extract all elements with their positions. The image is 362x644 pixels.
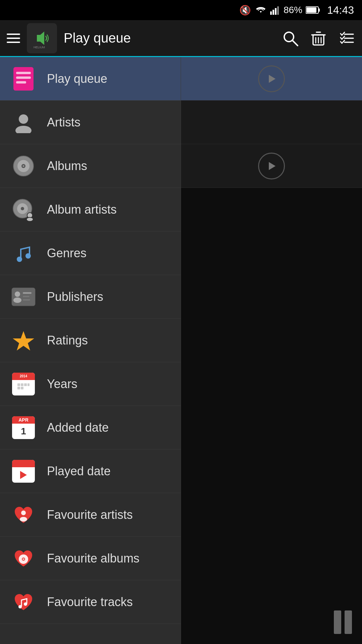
svg-point-39 <box>13 298 21 303</box>
sidebar-item-artists[interactable]: Artists <box>0 101 181 144</box>
svg-rect-2 <box>273 10 274 15</box>
helium-logo-icon: HELIUM <box>30 26 54 50</box>
wifi-icon <box>255 5 267 15</box>
sidebar-item-albums[interactable]: Albums <box>0 144 181 188</box>
svg-rect-4 <box>277 6 279 15</box>
status-time: 14:43 <box>327 4 354 16</box>
calendar-2014-icon: 2014 <box>10 371 37 397</box>
svg-rect-22 <box>16 76 31 79</box>
svg-rect-7 <box>306 7 316 13</box>
svg-point-50 <box>21 511 26 515</box>
pause-bar-1 <box>334 610 341 634</box>
sidebar-label-ratings: Ratings <box>47 333 88 347</box>
svg-rect-41 <box>23 296 29 297</box>
svg-marker-43 <box>13 331 34 351</box>
play-row-1 <box>181 57 362 101</box>
svg-rect-1 <box>270 11 272 15</box>
svg-rect-6 <box>318 8 320 12</box>
sidebar-label-artists: Artists <box>47 115 80 129</box>
mute-icon: 🔇 <box>239 4 251 16</box>
svg-point-54 <box>23 558 24 560</box>
sidebar-item-years[interactable]: 2014 Years <box>0 362 181 406</box>
sidebar-item-publishers[interactable]: Publishers <box>0 275 181 319</box>
document-icon <box>10 65 37 92</box>
svg-point-25 <box>15 126 32 133</box>
sidebar-label-favourite-artists: Favourite artists <box>47 508 133 522</box>
status-bar: 🔇 86% 14:43 <box>0 0 362 20</box>
sidebar-item-favourite-tracks[interactable]: Favourite tracks <box>0 580 181 624</box>
sidebar-label-played-date: Played date <box>47 464 111 478</box>
play-icon-2 <box>265 160 278 172</box>
signal-icon <box>270 5 280 15</box>
clear-button[interactable] <box>310 30 327 47</box>
svg-rect-21 <box>16 72 31 74</box>
play-button-1[interactable] <box>258 65 285 92</box>
svg-point-36 <box>25 253 31 259</box>
person-icon <box>10 109 37 136</box>
sidebar-label-play-queue: Play queue <box>47 72 107 86</box>
heart-person-icon <box>10 501 37 528</box>
calendar-apr-icon: APR 1 <box>10 414 37 441</box>
sidebar-label-albums: Albums <box>47 159 87 173</box>
svg-rect-3 <box>275 8 277 15</box>
svg-rect-46 <box>24 383 27 386</box>
svg-rect-45 <box>21 383 23 386</box>
hamburger-menu[interactable] <box>7 34 20 43</box>
svg-point-35 <box>17 257 22 262</box>
svg-text:HELIUM: HELIUM <box>34 46 45 49</box>
pause-bar-2 <box>345 610 352 634</box>
svg-rect-40 <box>23 292 32 294</box>
checklist-icon <box>338 30 355 47</box>
sidebar-item-favourite-artists[interactable]: Favourite artists <box>0 493 181 537</box>
sidebar-label-years: Years <box>47 377 77 391</box>
right-spacer-1 <box>181 101 362 144</box>
toolbar-icons <box>282 30 355 47</box>
sidebar: Play queue Artists Albums <box>0 57 181 644</box>
sidebar-label-added-date: Added date <box>47 421 109 435</box>
svg-point-24 <box>19 114 28 124</box>
sidebar-label-genres: Genres <box>47 246 86 260</box>
pause-icon <box>334 610 352 634</box>
bottom-area <box>181 188 362 644</box>
svg-rect-49 <box>21 387 23 389</box>
sidebar-label-publishers: Publishers <box>47 290 103 304</box>
sidebar-item-played-date[interactable]: Played date <box>0 449 181 493</box>
sidebar-item-ratings[interactable]: Ratings <box>0 319 181 362</box>
play-icon-1 <box>265 73 278 85</box>
svg-marker-57 <box>269 75 276 83</box>
svg-rect-48 <box>17 387 20 389</box>
sidebar-item-play-queue[interactable]: Play queue <box>0 57 181 101</box>
svg-rect-44 <box>17 383 20 386</box>
sidebar-item-album-artists[interactable]: Album artists <box>0 188 181 231</box>
sidebar-item-genres[interactable]: Genres <box>0 231 181 275</box>
svg-point-51 <box>20 517 27 522</box>
contact-card-icon <box>10 283 37 310</box>
sidebar-item-added-date[interactable]: APR 1 Added date <box>0 406 181 449</box>
music-note-icon <box>10 240 37 267</box>
sidebar-label-favourite-tracks: Favourite tracks <box>47 595 133 609</box>
battery-percent: 86% <box>284 5 302 15</box>
select-button[interactable] <box>338 30 355 47</box>
battery-icon <box>306 6 320 14</box>
svg-point-29 <box>23 165 24 167</box>
app-title: Play queue <box>64 31 275 46</box>
heart-disc-icon <box>10 545 37 572</box>
play-button-2[interactable] <box>258 153 285 179</box>
svg-point-32 <box>21 207 24 210</box>
sidebar-item-favourite-albums[interactable]: Favourite albums <box>0 537 181 580</box>
svg-point-56 <box>24 602 27 606</box>
status-icons: 🔇 86% <box>239 4 320 16</box>
app-logo: HELIUM <box>27 23 57 53</box>
heart-music-icon <box>10 589 37 615</box>
sidebar-label-album-artists: Album artists <box>47 203 117 217</box>
play-row-2 <box>181 144 362 188</box>
search-icon <box>282 30 299 47</box>
svg-rect-47 <box>27 383 29 386</box>
right-panel <box>181 57 362 644</box>
search-button[interactable] <box>282 30 299 47</box>
svg-point-55 <box>18 605 22 608</box>
trash-icon <box>310 30 327 47</box>
svg-point-34 <box>26 217 33 221</box>
calendar-play-icon <box>10 458 37 485</box>
main-container: Play queue Artists Albums <box>0 57 362 644</box>
